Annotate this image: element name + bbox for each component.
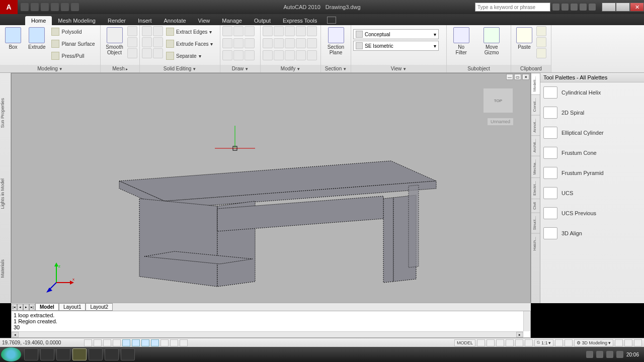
mod-join-icon[interactable]	[307, 50, 317, 60]
taskbar-autocad-icon[interactable]	[72, 348, 87, 360]
mod-rotate-icon[interactable]	[274, 26, 284, 36]
se-icon-3[interactable]	[142, 48, 152, 58]
otrack-toggle[interactable]	[141, 339, 149, 346]
mod-break-icon[interactable]	[296, 50, 306, 60]
mesh-opt2-icon[interactable]	[127, 37, 137, 47]
draw-rect-icon[interactable]	[233, 38, 244, 48]
clean-screen-icon[interactable]	[634, 339, 642, 346]
rail-lights-in-model[interactable]: Lights in Model	[0, 176, 11, 211]
extrude-faces-button[interactable]: Extrude Faces ▾	[164, 38, 215, 49]
tab-mesh-modeling[interactable]: Mesh Modeling	[52, 16, 102, 25]
showmotion-icon[interactable]	[525, 339, 533, 346]
qat-undo-icon[interactable]	[51, 3, 59, 11]
se-icon-1[interactable]	[142, 26, 152, 36]
layout-nav-last-icon[interactable]: ▸|	[29, 304, 35, 311]
move-gizmo-button[interactable]: Move Gizmo	[474, 26, 509, 56]
dyn-toggle[interactable]	[160, 339, 169, 346]
palette-cat-constraints[interactable]: Const...	[531, 95, 540, 115]
mod-erase-icon[interactable]	[296, 26, 306, 36]
taskbar-smiley-icon[interactable]	[40, 348, 54, 360]
planar-surface-button[interactable]: Planar Surface	[49, 38, 97, 49]
lwt-toggle[interactable]	[170, 339, 178, 346]
mod-scale-icon[interactable]	[274, 50, 284, 60]
taskbar-app1-icon[interactable]	[56, 348, 70, 360]
zoom-icon[interactable]	[506, 339, 514, 346]
rail-materials[interactable]: Materials	[0, 257, 11, 280]
draw-ellipse-icon[interactable]	[245, 38, 255, 48]
mod-trim-icon[interactable]	[285, 26, 295, 36]
palette-title[interactable]: Tool Palettes - All Palettes	[540, 73, 644, 82]
draw-poly-icon[interactable]	[222, 50, 232, 60]
help-icon[interactable]	[589, 4, 596, 11]
layout-tab-model[interactable]: Model	[35, 303, 59, 311]
tray-volume-icon[interactable]	[616, 351, 623, 358]
copy-icon[interactable]	[536, 37, 546, 47]
annotation-visibility-icon[interactable]	[555, 339, 563, 346]
cut-icon[interactable]	[536, 26, 546, 36]
palette-cat-structural[interactable]: Struct...	[531, 213, 540, 233]
extract-edges-button[interactable]: Extract Edges ▾	[164, 26, 215, 37]
favorite-icon[interactable]	[580, 4, 587, 11]
quickview-drawings-icon[interactable]	[487, 339, 495, 346]
layout-tab-layout2[interactable]: Layout2	[86, 303, 113, 311]
palette-cat-modeling[interactable]: Modeli...	[531, 73, 540, 95]
start-button[interactable]	[1, 347, 21, 361]
mod-explode-icon[interactable]	[285, 38, 295, 48]
rail-sun-properties[interactable]: Sun Properties	[0, 96, 11, 130]
paste-button[interactable]: Paste	[513, 26, 535, 51]
tray-shield-icon[interactable]	[596, 351, 603, 358]
polar-toggle[interactable]	[113, 339, 121, 346]
palette-item-elliptical-cylinder[interactable]: Elliptical Cylinder	[540, 123, 644, 143]
cmd-vscrollbar[interactable]	[523, 311, 530, 331]
tab-annotate[interactable]: Annotate	[158, 16, 192, 25]
mod-offset-icon[interactable]	[296, 38, 306, 48]
taskbar-explorer-icon[interactable]	[89, 348, 103, 360]
se-icon-6[interactable]	[153, 48, 163, 58]
hardware-accel-icon[interactable]	[624, 339, 632, 346]
qat-save-icon[interactable]	[41, 3, 49, 11]
doc-restore-icon[interactable]: ▭	[514, 74, 521, 80]
exchange-icon[interactable]	[561, 4, 569, 11]
workspace-switcher[interactable]: ⚙ 3D Modeling ▾	[574, 339, 613, 346]
draw-pline-icon[interactable]	[233, 26, 244, 36]
window-close-button[interactable]: ✕	[630, 3, 644, 12]
pan-icon[interactable]	[496, 339, 504, 346]
draw-line-icon[interactable]	[222, 26, 232, 36]
toolbar-lock-icon[interactable]	[615, 339, 623, 346]
palette-cat-electrical[interactable]: Electri...	[531, 177, 540, 199]
cmd-hscrollbar[interactable]: ◂▸	[12, 331, 523, 337]
palette-cat-hatch[interactable]: Hatch...	[531, 233, 540, 254]
ducs-toggle[interactable]	[151, 339, 159, 346]
mesh-opt3-icon[interactable]	[127, 48, 137, 58]
visual-style-dropdown[interactable]: Conceptual▾	[353, 29, 439, 39]
draw-circle-icon[interactable]	[222, 38, 232, 48]
mod-array-icon[interactable]	[307, 38, 317, 48]
quickview-layouts-icon[interactable]	[477, 339, 485, 346]
osnap-toggle[interactable]	[122, 339, 130, 346]
layout-nav-next-icon[interactable]: ▸	[23, 304, 29, 311]
mod-move-icon[interactable]	[263, 26, 273, 36]
draw-hatch-icon[interactable]	[245, 50, 255, 60]
signin-icon[interactable]	[552, 4, 559, 11]
palette-item-ucs-previous[interactable]: UCS Previous	[540, 203, 644, 223]
doc-minimize-icon[interactable]: —	[506, 74, 513, 80]
mod-copy-icon[interactable]	[307, 26, 317, 36]
no-filter-button[interactable]: No Filter	[449, 26, 473, 56]
se-icon-5[interactable]	[153, 37, 163, 47]
tab-render[interactable]: Render	[102, 16, 132, 25]
polysolid-button[interactable]: Polysolid	[49, 26, 97, 37]
qp-toggle[interactable]	[180, 339, 188, 346]
taskbar-app3-icon[interactable]	[121, 348, 135, 360]
presspull-button[interactable]: Press/Pull	[49, 50, 97, 61]
command-window[interactable]: 1 loop extracted. 1 Region created. 30 C…	[11, 311, 531, 338]
tab-manage[interactable]: Manage	[216, 16, 248, 25]
qat-print-icon[interactable]	[71, 3, 79, 11]
taskbar-app2-icon[interactable]	[105, 348, 119, 360]
tab-home[interactable]: Home	[25, 16, 52, 25]
palette-cat-mechanical[interactable]: Mecha...	[531, 156, 540, 178]
model-space-button[interactable]: MODEL	[454, 339, 475, 346]
draw-spline-icon[interactable]	[233, 50, 244, 60]
se-icon-2[interactable]	[142, 37, 152, 47]
drawing-viewport[interactable]: — ▭ ✕	[11, 73, 531, 303]
draw-arc-icon[interactable]	[245, 26, 255, 36]
